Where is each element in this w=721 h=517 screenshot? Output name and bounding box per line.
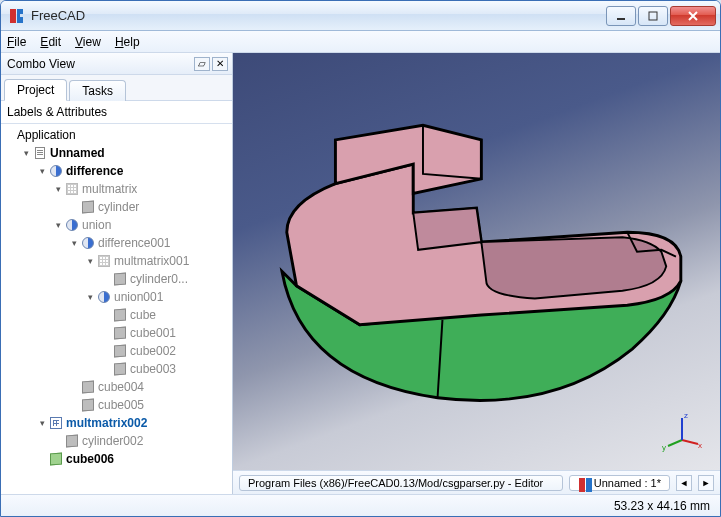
window-buttons bbox=[606, 6, 716, 26]
tree-document[interactable]: Unnamed bbox=[21, 144, 232, 162]
svg-text:x: x bbox=[698, 441, 702, 450]
shape-icon bbox=[66, 435, 78, 448]
cube-icon bbox=[82, 381, 94, 394]
tree-cylinder0[interactable]: cylinder0... bbox=[101, 270, 232, 288]
tab-nav-next[interactable]: ► bbox=[698, 475, 714, 491]
close-button[interactable] bbox=[670, 6, 716, 26]
tree-cube005[interactable]: cube005 bbox=[69, 396, 232, 414]
svg-rect-1 bbox=[617, 18, 625, 20]
tree-multmatrix001[interactable]: multmatrix001 bbox=[85, 252, 232, 270]
panel-close-button[interactable]: ✕ bbox=[212, 57, 228, 71]
tree-cube003[interactable]: cube003 bbox=[101, 360, 232, 378]
tree-cube006[interactable]: cube006 bbox=[37, 450, 232, 468]
boolean-icon bbox=[82, 237, 94, 249]
svg-rect-9 bbox=[579, 478, 585, 492]
document-icon bbox=[35, 147, 45, 159]
shape-icon bbox=[82, 201, 94, 214]
statusbar: 53.23 x 44.16 mm bbox=[1, 494, 720, 516]
cube-icon bbox=[114, 327, 126, 340]
document-tabs: Program Files (x86)/FreeCAD0.13/Mod/csgp… bbox=[233, 470, 720, 494]
menubar: File Edit View Help bbox=[1, 31, 720, 53]
cube-icon bbox=[114, 345, 126, 358]
boolean-icon bbox=[98, 291, 110, 303]
tab-active-document[interactable]: Unnamed : 1* bbox=[569, 475, 670, 491]
menu-edit[interactable]: Edit bbox=[40, 35, 61, 49]
tab-nav-prev[interactable]: ◄ bbox=[676, 475, 692, 491]
svg-line-5 bbox=[668, 440, 682, 446]
boolean-icon bbox=[50, 165, 62, 177]
tree-cylinder[interactable]: cylinder bbox=[69, 198, 232, 216]
maximize-button[interactable] bbox=[638, 6, 668, 26]
tree-union[interactable]: union bbox=[53, 216, 232, 234]
tree-application[interactable]: Application bbox=[5, 126, 232, 144]
minimize-button[interactable] bbox=[606, 6, 636, 26]
tab-project[interactable]: Project bbox=[4, 79, 67, 101]
cube-icon bbox=[50, 453, 62, 466]
app-icon bbox=[578, 477, 590, 489]
tree-multmatrix002[interactable]: multmatrix002 bbox=[37, 414, 232, 432]
tab-tasks[interactable]: Tasks bbox=[69, 80, 126, 101]
axis-gizmo: x y z bbox=[662, 410, 702, 450]
matrix-icon bbox=[50, 417, 62, 429]
tree-difference001[interactable]: difference001 bbox=[69, 234, 232, 252]
svg-text:z: z bbox=[684, 411, 688, 420]
menu-help[interactable]: Help bbox=[115, 35, 140, 49]
tab-editor-file[interactable]: Program Files (x86)/FreeCAD0.13/Mod/csgp… bbox=[239, 475, 563, 491]
cube-icon bbox=[82, 399, 94, 412]
3d-canvas[interactable]: x y z bbox=[233, 53, 720, 470]
tree-cylinder002[interactable]: cylinder002 bbox=[53, 432, 232, 450]
svg-rect-0 bbox=[10, 9, 16, 23]
shape-icon bbox=[114, 273, 126, 286]
svg-line-3 bbox=[682, 440, 698, 444]
combo-view-panel: Combo View ▱ ✕ Project Tasks Labels & At… bbox=[1, 53, 233, 494]
tree-cube004[interactable]: cube004 bbox=[69, 378, 232, 396]
svg-rect-10 bbox=[586, 478, 592, 492]
status-dimensions: 53.23 x 44.16 mm bbox=[614, 499, 710, 513]
svg-rect-2 bbox=[649, 12, 657, 20]
model-tree[interactable]: Application Unnamed difference m bbox=[1, 124, 232, 494]
menu-file[interactable]: File bbox=[7, 35, 26, 49]
svg-text:y: y bbox=[662, 443, 666, 452]
boat-model bbox=[243, 83, 710, 440]
tree-multmatrix[interactable]: multmatrix bbox=[53, 180, 232, 198]
panel-undock-button[interactable]: ▱ bbox=[194, 57, 210, 71]
window-title: FreeCAD bbox=[31, 8, 606, 23]
cube-icon bbox=[114, 309, 126, 322]
tree-cube[interactable]: cube bbox=[101, 306, 232, 324]
matrix-icon bbox=[66, 183, 78, 195]
matrix-icon bbox=[98, 255, 110, 267]
panel-header[interactable]: Combo View ▱ ✕ bbox=[1, 53, 232, 75]
panel-title: Combo View bbox=[7, 57, 192, 71]
cube-icon bbox=[114, 363, 126, 376]
tree-cube002[interactable]: cube002 bbox=[101, 342, 232, 360]
boolean-icon bbox=[66, 219, 78, 231]
main-window: FreeCAD File Edit View Help Combo View ▱… bbox=[0, 0, 721, 517]
workspace: Combo View ▱ ✕ Project Tasks Labels & At… bbox=[1, 53, 720, 494]
tree-difference[interactable]: difference bbox=[37, 162, 232, 180]
tree-section-label: Labels & Attributes bbox=[1, 101, 232, 124]
app-icon bbox=[9, 8, 25, 24]
tree-union001[interactable]: union001 bbox=[85, 288, 232, 306]
menu-view[interactable]: View bbox=[75, 35, 101, 49]
viewport: x y z Program Files (x86)/FreeCAD0.13/Mo… bbox=[233, 53, 720, 494]
panel-tabs: Project Tasks bbox=[1, 75, 232, 101]
tree-cube001[interactable]: cube001 bbox=[101, 324, 232, 342]
titlebar[interactable]: FreeCAD bbox=[1, 1, 720, 31]
